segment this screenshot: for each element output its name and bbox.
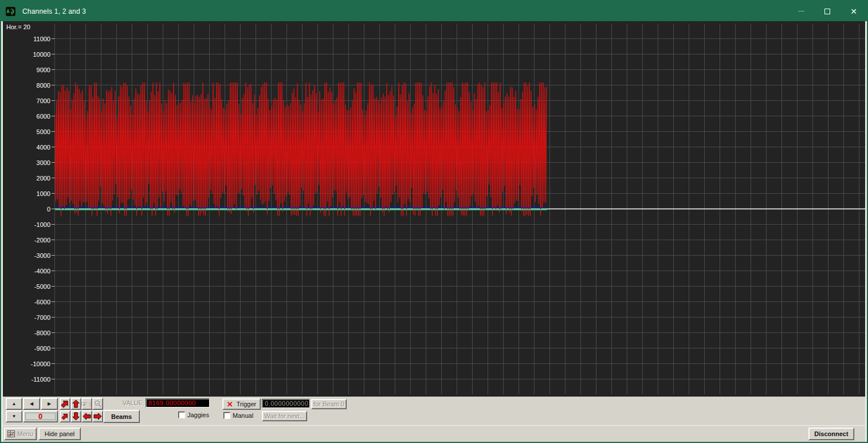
bottom-bar: Menu Hide panel Disconnect — [3, 425, 865, 442]
manual-checkbox-row: Manual — [223, 412, 253, 419]
for-beam-button[interactable]: for Beam 0 — [311, 399, 347, 409]
beam-number: 0 — [25, 413, 56, 420]
beams-button[interactable]: Beams — [103, 410, 140, 423]
hide-panel-button[interactable]: Hide panel — [38, 428, 81, 440]
right-triangle-icon: ▶ — [48, 402, 51, 406]
right-arrow-icon — [93, 412, 102, 421]
y-axis-tick-label: 5000 — [3, 128, 50, 135]
disconnect-button[interactable]: Disconnect — [808, 428, 854, 440]
window-title: Channels 1, 2 and 3 — [22, 7, 86, 15]
y-axis-tick-label: 7000 — [3, 97, 50, 104]
jaggies-checkbox-row: Jaggies — [178, 411, 209, 418]
y-axis-tick-label: -9000 — [3, 345, 50, 352]
plot-area[interactable]: Hor.= 20 1100010000900080007000600050004… — [3, 21, 865, 397]
scroll-right-button[interactable]: ▶ — [41, 398, 58, 410]
y-axis-tick-label: 4000 — [3, 144, 50, 151]
y-axis-tick-label: 6000 — [3, 113, 50, 120]
value-label: VALUE: — [106, 399, 144, 406]
diagonal-arrow-small-icon — [61, 413, 69, 420]
y-axis-tick-label: -2000 — [3, 237, 50, 244]
menu-label: Menu — [17, 430, 33, 437]
horizontal-scale-label: Hor.= 20 — [6, 23, 30, 30]
move-down-button[interactable] — [70, 410, 81, 422]
expand-diagonal-button[interactable] — [60, 398, 70, 410]
y-axis-tick-label: -4000 — [3, 268, 50, 275]
control-panel: ▲ ▼ ◀ ▶ 0 ☞ ⋮ — [3, 397, 865, 425]
menu-button[interactable]: Menu — [4, 428, 37, 440]
y-axis-tick-label: 10000 — [3, 51, 50, 58]
y-axis-tick-label: 1000 — [3, 190, 50, 197]
move-right-button[interactable] — [92, 410, 103, 422]
maximize-button[interactable] — [814, 1, 840, 21]
beam-select-button[interactable]: 0 — [23, 410, 58, 422]
jaggies-checkbox[interactable] — [178, 411, 185, 418]
client-area: Hor.= 20 1100010000900080007000600050004… — [1, 21, 867, 443]
app-icon — [6, 7, 15, 16]
maximize-icon — [824, 9, 830, 14]
diagonal-arrow-icon — [61, 399, 69, 408]
move-left-button[interactable] — [81, 410, 92, 422]
y-axis-tick-label: -7000 — [3, 314, 50, 321]
scroll-up-button[interactable]: ▲ — [6, 398, 22, 410]
y-axis-tick-label: -3000 — [3, 252, 50, 259]
close-icon: ✕ — [850, 7, 857, 15]
zoom-out-button[interactable] — [92, 398, 103, 410]
y-axis-tick-label: 2000 — [3, 175, 50, 182]
minimize-button[interactable] — [788, 1, 814, 21]
app-window: Channels 1, 2 and 3 ✕ Hor.= 20 110001000… — [0, 0, 868, 443]
y-axis-tick-label: -11000 — [3, 376, 50, 383]
value-readout: 8169.00000000 — [146, 398, 210, 407]
y-axis-tick-label: -1000 — [3, 221, 50, 228]
trigger-x-icon: ✕ — [227, 400, 233, 409]
y-axis-tick-label: -10000 — [3, 360, 50, 367]
trigger-label: Trigger — [237, 401, 256, 407]
scroll-left-button[interactable]: ◀ — [23, 398, 40, 410]
menu-grid-icon — [7, 430, 15, 437]
pointing-hand-icon: ☞ — [81, 400, 87, 408]
left-triangle-icon: ◀ — [30, 402, 33, 406]
trigger-button[interactable]: ✕ Trigger — [222, 398, 261, 410]
close-button[interactable]: ✕ — [840, 1, 867, 21]
manual-checkbox[interactable] — [223, 412, 230, 419]
y-axis-tick-label: 11000 — [3, 36, 50, 42]
plot-canvas — [3, 21, 865, 397]
wait-for-next-button[interactable]: Wait for next... — [262, 411, 307, 421]
up-triangle-icon: ▲ — [12, 402, 17, 406]
pointer-mode-button[interactable]: ☞ ⋮ — [81, 398, 92, 410]
y-axis-tick-label: 8000 — [3, 82, 50, 89]
y-axis-tick-label: -5000 — [3, 283, 50, 290]
move-up-button[interactable] — [70, 398, 81, 410]
y-axis-tick-label: -8000 — [3, 330, 50, 336]
magnifier-icon — [94, 400, 102, 408]
title-bar: Channels 1, 2 and 3 ✕ — [1, 1, 867, 21]
shrink-diagonal-button[interactable] — [60, 410, 70, 422]
y-axis-tick-label: -6000 — [3, 299, 50, 305]
y-axis-tick-label: 3000 — [3, 159, 50, 166]
trigger-level-field[interactable]: 0.0000000000 — [262, 399, 310, 408]
y-axis-tick-label: 0 — [3, 206, 50, 213]
down-triangle-icon: ▼ — [12, 414, 17, 419]
jaggies-label: Jaggies — [187, 411, 209, 418]
down-arrow-icon — [72, 412, 80, 421]
left-arrow-icon — [83, 412, 91, 421]
manual-label: Manual — [233, 412, 253, 419]
scroll-down-button[interactable]: ▼ — [6, 410, 22, 422]
minimize-icon — [798, 11, 804, 11]
y-axis-tick-label: 9000 — [3, 66, 50, 73]
up-arrow-icon — [72, 399, 80, 408]
